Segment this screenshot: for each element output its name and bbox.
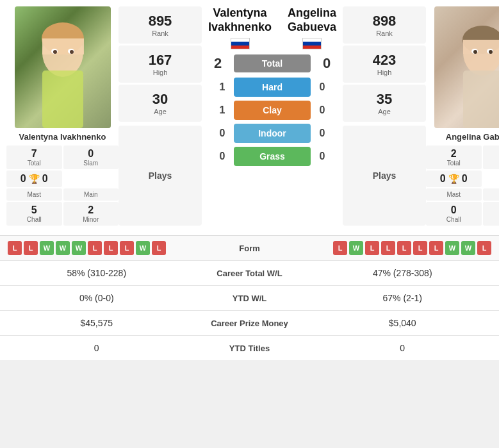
left-name-center: Valentyna Ivakhnenko	[208, 6, 272, 51]
form-label: Form	[211, 244, 288, 253]
left-player-card: Valentyna Ivakhnenko 7 Total 0 Slam 0 🏆 …	[6, 6, 119, 226]
right-stats-grid: 2 Total 0 Slam 0 🏆 0 Mast Main	[426, 145, 499, 226]
left-total-cell: 7 Total	[6, 145, 62, 169]
right-age-value: 35	[346, 91, 423, 108]
left-age-value: 30	[122, 91, 199, 108]
left-form-badges: LLWWWLLLWL	[8, 241, 211, 255]
left-high-value: 167	[122, 52, 199, 69]
svg-point-15	[489, 50, 493, 54]
surface-right-score-hard: 0	[316, 81, 329, 93]
left-age-label: Age	[122, 108, 199, 115]
left-chall-label: Chall	[8, 216, 61, 223]
surface-rows: 1 Hard 0 1 Clay 0 0 Indoor 0 0 Grass 0	[216, 78, 329, 170]
left-chall-cell: 5 Chall	[6, 202, 62, 226]
left-slam-cell: 0 Slam	[63, 145, 119, 169]
surface-btn-hard[interactable]: Hard	[234, 78, 311, 97]
right-mast-value: 0	[440, 173, 446, 185]
stats-row: 0 YTD Titles 0	[0, 336, 499, 360]
left-high-label: High	[122, 69, 199, 76]
right-player-name: Angelina Gabueva	[446, 132, 499, 142]
form-badge: W	[72, 241, 86, 255]
stats-row-label: Career Prize Money	[186, 319, 314, 328]
right-total-cell: 2 Total	[426, 145, 482, 169]
left-slam-label: Slam	[65, 160, 118, 167]
right-minor-value: 2	[484, 204, 500, 216]
surface-left-score-clay: 1	[216, 104, 229, 116]
right-plays-box: Plays	[343, 126, 426, 226]
stats-row-label: Career Total W/L	[186, 269, 314, 278]
svg-rect-9	[463, 71, 500, 128]
right-age-label: Age	[346, 108, 423, 115]
stats-right-value: 47% (278-308)	[314, 268, 492, 278]
right-name-center-text: Angelina Gabueva	[288, 6, 336, 34]
form-badge: W	[445, 241, 459, 255]
form-badge: L	[397, 241, 411, 255]
right-total-label: Total	[427, 160, 480, 167]
stats-left-value: 58% (310-228)	[8, 268, 186, 278]
stats-rows: 58% (310-228) Career Total W/L 47% (278-…	[0, 261, 499, 360]
stats-right-value: 0	[314, 343, 492, 353]
stats-row-label: YTD Titles	[186, 344, 314, 353]
left-mast-value: 0	[20, 173, 26, 185]
trophy-icon-left: 🏆	[29, 174, 40, 184]
left-mast-label: Mast	[8, 191, 61, 198]
svg-rect-3	[42, 38, 84, 54]
left-middle-panel: 895 Rank 167 High 30 Age Plays	[119, 6, 202, 226]
stats-row: 58% (310-228) Career Total W/L 47% (278-…	[0, 261, 499, 286]
form-badge: W	[461, 241, 475, 255]
right-high-value: 423	[346, 52, 423, 69]
surface-btn-grass[interactable]: Grass	[234, 147, 311, 166]
form-badge: L	[333, 241, 347, 255]
form-badge: L	[429, 241, 443, 255]
svg-point-14	[473, 50, 477, 54]
form-badge: L	[477, 241, 491, 255]
main-container: Valentyna Ivakhnenko 7 Total 0 Slam 0 🏆 …	[0, 0, 499, 360]
stats-right-value: 67% (2-1)	[314, 293, 492, 303]
right-slam-label: Slam	[484, 160, 500, 167]
left-total-value: 7	[8, 148, 61, 160]
right-mast-cell: 0 🏆 0	[426, 170, 482, 187]
right-rank-value: 898	[346, 13, 423, 29]
right-mast-label-cell: Mast	[426, 188, 482, 201]
svg-point-7	[70, 50, 74, 54]
center-section: Valentyna Ivakhnenko Angelina Gabueva 2 …	[202, 6, 343, 226]
right-total-value: 2	[427, 148, 480, 160]
total-score-left: 2	[208, 55, 227, 72]
right-minor-cell: 2 Minor	[483, 202, 500, 226]
right-chall-cell: 0 Chall	[426, 202, 482, 226]
left-rank-label: Rank	[122, 29, 199, 37]
right-main-value: 0	[462, 173, 468, 185]
total-score-right: 0	[317, 55, 336, 72]
form-badge: L	[120, 241, 134, 255]
right-high-label: High	[346, 69, 423, 76]
right-mast-label: Mast	[427, 191, 480, 198]
stats-row: $45,575 Career Prize Money $5,040	[0, 311, 499, 336]
left-player-name: Valentyna Ivakhnenko	[19, 132, 106, 142]
trophy-icon-right: 🏆	[448, 174, 459, 184]
right-slam-value: 0	[484, 148, 500, 160]
stats-right-value: $5,040	[314, 318, 492, 328]
svg-point-6	[53, 50, 57, 54]
left-player-silhouette	[15, 6, 111, 128]
form-badge: L	[24, 241, 38, 255]
surface-btn-indoor[interactable]: Indoor	[234, 124, 311, 143]
top-section: Valentyna Ivakhnenko 7 Total 0 Slam 0 🏆 …	[0, 0, 499, 232]
right-rank-box: 898 Rank	[343, 6, 426, 44]
form-badge: L	[381, 241, 395, 255]
left-flag	[231, 38, 250, 49]
right-player-silhouette	[434, 6, 500, 128]
left-main-label-cell: Main	[63, 188, 119, 201]
left-name-center-text: Valentyna Ivakhnenko	[208, 6, 272, 34]
right-high-box: 423 High	[343, 46, 426, 83]
left-minor-value: 2	[65, 204, 118, 216]
surface-btn-clay[interactable]: Clay	[234, 101, 311, 120]
right-name-center: Angelina Gabueva	[288, 6, 336, 51]
right-age-box: 35 Age	[343, 85, 426, 122]
stats-row: 0% (0-0) YTD W/L 67% (2-1)	[0, 286, 499, 311]
bottom-section: LLWWWLLLWL Form LWLLLLLWWL 58% (310-228)…	[0, 235, 499, 360]
left-rank-value: 895	[122, 13, 199, 29]
left-player-photo	[15, 6, 111, 128]
right-flag	[302, 38, 322, 49]
left-minor-cell: 2 Minor	[63, 202, 119, 226]
form-badge: W	[56, 241, 70, 255]
